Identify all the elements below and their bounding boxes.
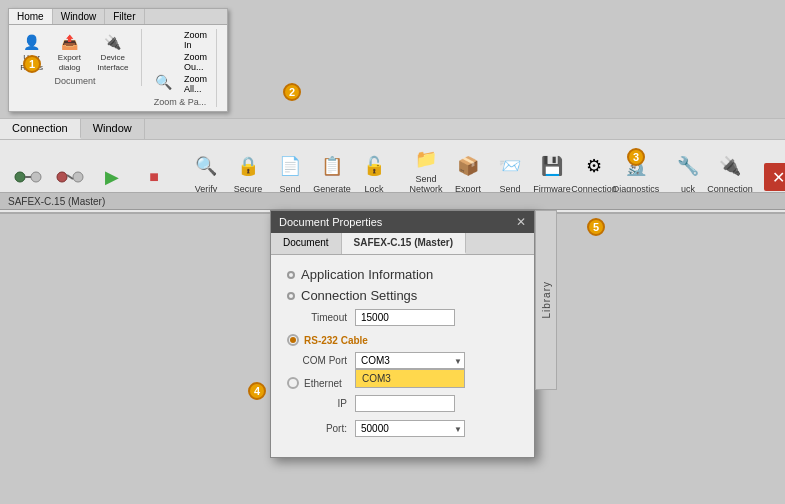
- badge-2: 2: [283, 83, 301, 101]
- port-label: Port:: [287, 423, 347, 434]
- uck-diagnosis-icon: 🔧: [672, 150, 704, 182]
- send-config-icon: 📄: [274, 150, 306, 182]
- com-port-select-container: COM3 ▼ COM3: [355, 352, 465, 369]
- main-tab-window[interactable]: Window: [81, 119, 145, 139]
- start-icon: ▶: [96, 161, 128, 193]
- dialog-tab-bar: Document SAFEX-C.15 (Master): [271, 233, 534, 255]
- rs232-radio-label[interactable]: RS-232 Cable: [287, 334, 518, 346]
- zoom-all-button[interactable]: Zoom All...: [181, 73, 210, 95]
- generate-report-icon: 📋: [316, 150, 348, 182]
- send-profile-icon: 📨: [494, 150, 526, 182]
- top-tab-home[interactable]: Home: [9, 9, 53, 24]
- badge-1: 1: [23, 55, 41, 73]
- secure-config-icon: 🔒: [232, 150, 264, 182]
- zoom-options: Zoom In Zoom Ou... Zoom All...: [181, 29, 210, 95]
- status-bar: SAFEX-C.15 (Master): [0, 192, 785, 210]
- top-ribbon-icon-bar: 👤 User Rights 📤 Export dialog 🔌 Device I…: [9, 25, 227, 111]
- top-ribbon: Home Window Filter 👤 User Rights 📤 Expor…: [8, 8, 228, 112]
- device-interface-label: Device Interface: [93, 53, 133, 72]
- connection-settings-icon: ⚙: [578, 150, 610, 182]
- conn-settings-bullet: [287, 292, 295, 300]
- badge-5: 5: [587, 218, 605, 236]
- timeout-input[interactable]: [355, 309, 455, 326]
- dialog-content: Application Information Connection Setti…: [271, 255, 534, 457]
- zoom-out-button[interactable]: Zoom Ou...: [181, 51, 210, 73]
- lock-config-icon: 🔓: [358, 150, 390, 182]
- app-info-title: Application Information: [301, 267, 433, 282]
- device-interface-icon: 🔌: [102, 31, 124, 53]
- port-select[interactable]: 50000: [355, 420, 465, 437]
- export-dialog-icon: 📤: [58, 31, 80, 53]
- user-rights-icon: 👤: [21, 31, 43, 53]
- disconnect-icon: [54, 161, 86, 193]
- document-group-label: Document: [54, 76, 95, 86]
- close-icon: ✕: [762, 161, 785, 193]
- conn-settings2-icon: 🔌: [714, 150, 746, 182]
- dialog-title: Document Properties: [279, 216, 382, 228]
- stop-icon: ■: [138, 161, 170, 193]
- ip-input[interactable]: [355, 395, 455, 412]
- zoom-group: 🔍 Zoom In Zoom Ou... Zoom All... Zoom & …: [150, 29, 217, 107]
- firmware-update-icon: 💾: [536, 150, 568, 182]
- conn-settings-section: Connection Settings: [287, 288, 518, 303]
- port-row: Port: 50000 ▼: [287, 420, 518, 437]
- rs232-radio-button[interactable]: [287, 334, 299, 346]
- zoom-icons-row: 🔍 Zoom In Zoom Ou... Zoom All...: [150, 29, 210, 95]
- svg-point-3: [57, 172, 67, 182]
- com-port-select[interactable]: COM3: [355, 352, 465, 369]
- top-tab-window[interactable]: Window: [53, 9, 106, 24]
- top-ribbon-tab-bar: Home Window Filter: [9, 9, 227, 25]
- export-dialog-button[interactable]: 📤 Export dialog: [51, 29, 88, 74]
- close-x-button[interactable]: ✕: [764, 163, 785, 191]
- port-select-container: 50000 ▼: [355, 420, 465, 437]
- com-port-dropdown: COM3 ▼: [355, 352, 465, 369]
- zoom-in-button[interactable]: Zoom In: [181, 29, 210, 51]
- dialog-titlebar: Document Properties ✕: [271, 211, 534, 233]
- zoom-group-label: Zoom & Pa...: [154, 97, 207, 107]
- svg-line-5: [67, 175, 73, 179]
- badge-3: 3: [627, 148, 645, 166]
- com-port-label: COM Port: [287, 355, 347, 366]
- device-interface-button[interactable]: 🔌 Device Interface: [91, 29, 135, 74]
- app-info-section: Application Information: [287, 267, 518, 282]
- svg-point-0: [15, 172, 25, 182]
- conn-settings-title: Connection Settings: [301, 288, 417, 303]
- status-text: SAFEX-C.15 (Master): [8, 196, 105, 207]
- zoom-icon: 🔍: [153, 71, 175, 93]
- dialog-close-button[interactable]: ✕: [516, 215, 526, 229]
- main-ribbon-tab-bar: Connection Window: [0, 119, 785, 140]
- badge-4: 4: [248, 382, 266, 400]
- library-label: Library: [541, 281, 552, 319]
- dialog-tab-document[interactable]: Document: [271, 233, 342, 254]
- ethernet-label-text: Ethernet: [304, 378, 342, 389]
- library-sidebar[interactable]: Library: [535, 210, 557, 390]
- timeout-label: Timeout: [287, 312, 347, 323]
- com3-dropdown-item[interactable]: COM3: [356, 370, 464, 387]
- export-pak-icon: 📦: [452, 150, 484, 182]
- top-tab-filter[interactable]: Filter: [105, 9, 144, 24]
- ethernet-radio-button[interactable]: [287, 377, 299, 389]
- rs232-label-text: RS-232 Cable: [304, 335, 368, 346]
- svg-point-1: [31, 172, 41, 182]
- zoom-button[interactable]: 🔍: [150, 69, 178, 95]
- ip-label: IP: [287, 398, 347, 409]
- document-properties-dialog: Document Properties ✕ Document SAFEX-C.1…: [270, 210, 535, 458]
- svg-point-4: [73, 172, 83, 182]
- connect-icon: [12, 161, 44, 193]
- com-port-row: COM Port COM3 ▼ COM3: [287, 352, 518, 369]
- app-info-bullet: [287, 271, 295, 279]
- ip-row: IP: [287, 395, 518, 412]
- timeout-row: Timeout: [287, 309, 518, 326]
- main-tab-connection[interactable]: Connection: [0, 119, 81, 139]
- dialog-tab-safex[interactable]: SAFEX-C.15 (Master): [342, 233, 466, 254]
- verify-config-icon: 🔍: [190, 150, 222, 182]
- send-network-config-icon: 📁: [410, 146, 442, 172]
- com-port-dropdown-list: COM3: [355, 369, 465, 388]
- export-dialog-label: Export dialog: [53, 53, 86, 72]
